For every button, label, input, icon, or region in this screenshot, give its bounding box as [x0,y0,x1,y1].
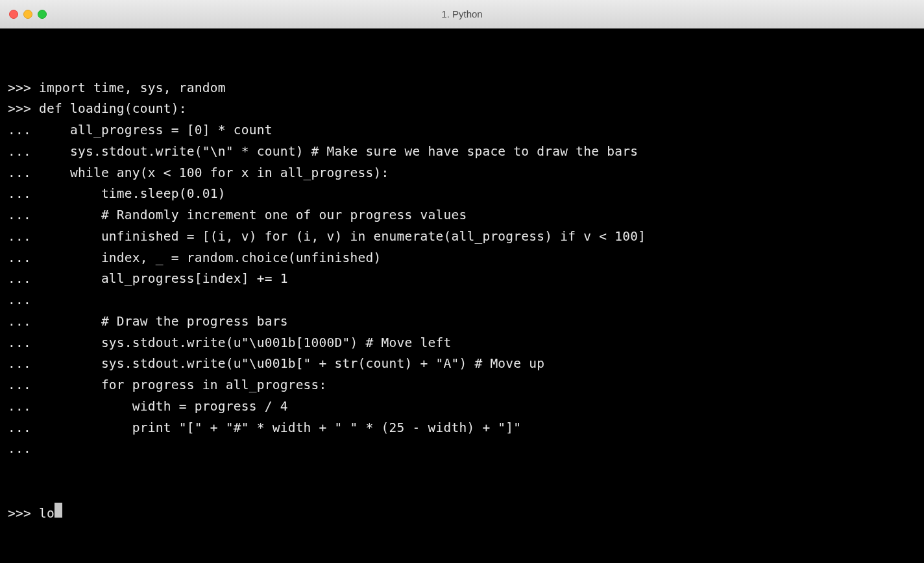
terminal-line: ... index, _ = random.choice(unfinished) [8,248,916,269]
terminal-line: ... [8,290,916,311]
terminal-line: ... time.sleep(0.01) [8,184,916,205]
terminal-line: >>> def loading(count): [8,99,916,120]
terminal-line: ... print "[" + "#" * width + " " * (25 … [8,418,916,439]
window-title: 1. Python [441,8,482,19]
terminal-line: ... # Randomly increment one of our prog… [8,205,916,226]
terminal-output[interactable]: >>> import time, sys, random>>> def load… [0,29,924,563]
terminal-input-text: lo [39,503,55,525]
terminal-line: ... for progress in all_progress: [8,375,916,396]
terminal-line: >>> import time, sys, random [8,78,916,99]
terminal-line: ... unfinished = [(i, v) for (i, v) in e… [8,226,916,248]
terminal-line: ... all_progress[index] += 1 [8,269,916,290]
terminal-line: ... while any(x < 100 for x in all_progr… [8,163,916,184]
close-button[interactable] [9,10,18,19]
maximize-button[interactable] [38,10,47,19]
minimize-button[interactable] [23,10,32,19]
terminal-line: ... all_progress = [0] * count [8,120,916,141]
terminal-line: ... sys.stdout.write("\n" * count) # Mak… [8,141,916,163]
terminal-input-line[interactable]: >>> lo [8,503,916,525]
terminal-cursor [55,503,62,518]
terminal-line: ... [8,438,916,460]
terminal-line: ... sys.stdout.write(u"\u001b[" + str(co… [8,353,916,375]
terminal-line: ... # Draw the progress bars [8,311,916,333]
terminal-prompt: >>> [8,503,39,525]
terminal-line: ... width = progress / 4 [8,396,916,418]
terminal-line: ... sys.stdout.write(u"\u001b[1000D") # … [8,333,916,354]
window-titlebar: 1. Python [0,0,924,29]
traffic-lights [9,10,47,19]
